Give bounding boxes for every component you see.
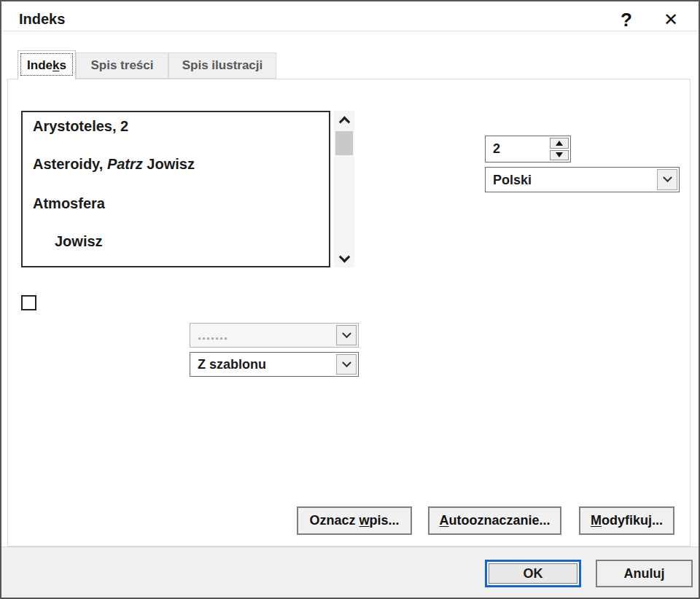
preview-entry: Atmosfera	[33, 195, 105, 212]
right-align-page-numbers-checkbox[interactable]	[21, 295, 36, 310]
tab-leader-value: .......	[198, 328, 228, 343]
close-icon: ✕	[664, 9, 678, 30]
columns-stepper[interactable]: 2	[485, 136, 571, 163]
tab-spis-ilustracji-label: Spis ilustracji	[182, 58, 263, 73]
scroll-up-icon	[338, 116, 350, 128]
close-button[interactable]: ✕	[653, 6, 688, 34]
mark-entry-button[interactable]: Oznacz wpis...	[297, 506, 412, 535]
preview-entry: Asteroidy, Patrz Jowisz	[33, 156, 195, 173]
tab-indeks[interactable]: Indeks	[18, 50, 76, 79]
language-value: Polski	[493, 172, 532, 187]
dropdown-button[interactable]	[336, 354, 357, 375]
cancel-button[interactable]: Anuluj	[596, 560, 693, 587]
ok-button[interactable]: OK	[485, 560, 581, 587]
modify-label: Modyfikuj...	[591, 513, 663, 528]
index-dialog: Indeks ? ✕ Indeks Spis treści Spis ilust…	[0, 0, 700, 599]
formats-value: Z szablonu	[198, 357, 266, 372]
dialog-title: Indeks	[19, 11, 65, 28]
scroll-down-button[interactable]	[334, 250, 354, 267]
dropdown-button[interactable]	[336, 325, 357, 345]
spin-down-icon	[556, 152, 563, 157]
cancel-label: Anuluj	[624, 566, 665, 582]
title-separator	[1, 31, 699, 31]
chevron-down-icon	[663, 173, 672, 182]
help-icon: ?	[621, 9, 632, 31]
print-preview-box: Arystoteles, 2 Asteroidy, Patrz Jowisz A…	[21, 111, 330, 267]
scroll-up-button[interactable]	[334, 111, 354, 128]
dropdown-button[interactable]	[657, 169, 677, 190]
formats-dropdown[interactable]: Z szablonu	[190, 352, 359, 377]
chevron-down-icon	[342, 358, 351, 367]
automark-button[interactable]: Autooznaczanie...	[428, 506, 561, 535]
tab-leader-dropdown[interactable]: .......	[190, 323, 359, 348]
scroll-down-icon	[338, 251, 350, 262]
tab-indeks-label: Indeks	[27, 58, 66, 73]
columns-value: 2	[493, 141, 500, 157]
help-button[interactable]: ?	[612, 6, 640, 34]
automark-label: Autooznaczanie...	[439, 513, 550, 528]
preview-entry: Jowisz	[55, 233, 103, 250]
dialog-footer: OK Anuluj	[1, 547, 699, 598]
tab-spis-tresci-label: Spis treści	[91, 58, 154, 73]
preview-entry: Arystoteles, 2	[33, 118, 128, 135]
tab-spis-tresci[interactable]: Spis treści	[76, 52, 168, 79]
spin-down-button[interactable]	[550, 150, 569, 161]
modify-button[interactable]: Modyfikuj...	[579, 506, 674, 535]
scrollbar-thumb[interactable]	[335, 131, 353, 155]
mark-entry-label: Oznacz wpis...	[309, 513, 399, 528]
chevron-down-icon	[342, 329, 351, 338]
preview-scrollbar[interactable]	[334, 111, 354, 267]
language-dropdown[interactable]: Polski	[485, 167, 680, 192]
spin-up-icon	[556, 141, 563, 146]
ok-label: OK	[524, 566, 543, 582]
spin-up-button[interactable]	[550, 138, 569, 149]
tab-spis-ilustracji[interactable]: Spis ilustracji	[168, 52, 276, 79]
spin-buttons	[550, 138, 569, 160]
